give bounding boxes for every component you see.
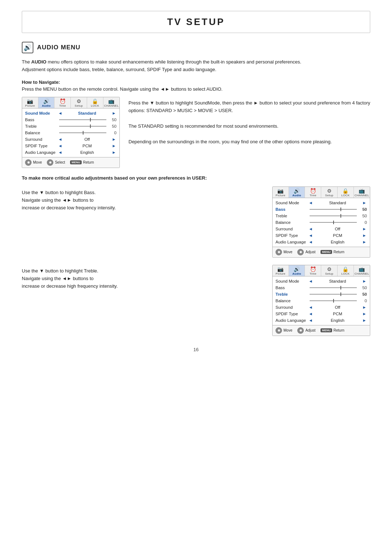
second-section: Use the ▼ button to highlight Bass.Navig… — [22, 186, 370, 258]
tab-picture-2[interactable]: 📷Picture — [273, 187, 289, 198]
footer-select-1: ◉ Select — [47, 159, 65, 166]
row-audiolang-1: Audio Language ◄ English ► — [22, 149, 119, 156]
row-balance-2: Balance 0 — [273, 219, 370, 226]
menu2-footer: ◉ Move ◉ Adjust MENU Return — [273, 247, 370, 257]
tab-picture-1[interactable]: 📷Picture — [22, 97, 38, 108]
tab-lock-2[interactable]: 🔒LOCK — [338, 187, 354, 198]
menu1-container: 📷Picture 🔊Audio ⏰Time ⚙Setup 🔒LOCK 📺CHAN… — [22, 97, 120, 168]
tab-lock-3[interactable]: 🔒LOCK — [338, 265, 354, 276]
row-sound-mode-1: Sound Mode ◄ Standard ► — [22, 110, 119, 116]
row-spdif-3: SPDIF Type ◄ PCM ► — [273, 311, 370, 317]
tab-time-2[interactable]: ⏰Time — [305, 187, 321, 198]
desc3-p1: Use the ▼ button to highlight Treble.Nav… — [22, 267, 264, 290]
tab-time-1[interactable]: ⏰Time — [54, 97, 71, 108]
tv-menu-2: 📷Picture 🔊Audio ⏰Time ⚙Setup 🔒LOCK 📺CHAN… — [272, 186, 370, 258]
menu3-tabs: 📷Picture 🔊Audio ⏰Time ⚙Setup 🔒LOCK 📺CHAN… — [273, 265, 370, 276]
menu2-rows: Sound Mode ◄ Standard ► Bass 50 Treble — [273, 198, 370, 247]
tv-menu-1: 📷Picture 🔊Audio ⏰Time ⚙Setup 🔒LOCK 📺CHAN… — [22, 97, 120, 168]
row-sound-mode-3: Sound Mode ◄ Standard ► — [273, 278, 370, 284]
row-spdif-2: SPDIF Type ◄ PCM ► — [273, 232, 370, 239]
row-balance-3: Balance 0 — [273, 297, 370, 304]
first-section: 📷Picture 🔊Audio ⏰Time ⚙Setup 🔒LOCK 📺CHAN… — [22, 97, 370, 168]
footer-return-2: MENU Return — [320, 250, 344, 254]
menu1-rows: Sound Mode ◄ Standard ► Bass 50 Treble — [22, 108, 119, 157]
row-treble-2: Treble 50 — [273, 213, 370, 219]
move-btn-2: ◉ — [275, 249, 282, 255]
tab-audio-3[interactable]: 🔊Audio — [289, 265, 305, 276]
adjust-btn-3: ◉ — [297, 327, 304, 334]
instruction-bold: To make more critical audio adjustments … — [22, 175, 370, 181]
desc3-text: Use the ▼ button to highlight Treble.Nav… — [22, 265, 264, 290]
desc2-p1: Use the ▼ button to highlight Bass.Navig… — [22, 189, 264, 212]
desc1-p2: The STANDARD setting is recommended for … — [128, 122, 370, 130]
tv-menu-3: 📷Picture 🔊Audio ⏰Time ⚙Setup 🔒LOCK 📺CHAN… — [272, 265, 370, 336]
menu-btn-2: MENU — [320, 250, 332, 254]
audio-icon: 🔊 — [22, 42, 33, 53]
section-title: AUDIO MENU — [37, 44, 81, 51]
nav-text: Press the MENU button on the remote cont… — [22, 86, 370, 92]
row-bass-3: Bass 50 — [273, 284, 370, 291]
move-btn-1: ◉ — [25, 159, 32, 166]
row-spdif-1: SPDIF Type ◄ PCM ► — [22, 143, 119, 149]
menu-btn-3: MENU — [320, 328, 332, 332]
tab-setup-3[interactable]: ⚙Setup — [321, 265, 338, 276]
row-balance-1: Balance 0 — [22, 130, 119, 136]
section-description: The AUDIO menu offers options to make so… — [22, 58, 370, 74]
row-audiolang-3: Audio Language ◄ English ► — [273, 317, 370, 324]
desc1-p1: Press the ▼ button to highlight SoundMod… — [128, 99, 370, 115]
page-title-bar: TV SETUP — [22, 11, 370, 33]
footer-move-2: ◉ Move — [275, 249, 292, 255]
footer-return-3: MENU Return — [320, 328, 344, 332]
adjust-btn-2: ◉ — [297, 249, 304, 255]
menu1-tabs: 📷Picture 🔊Audio ⏰Time ⚙Setup 🔒LOCK 📺CHAN… — [22, 97, 119, 108]
menu3-footer: ◉ Move ◉ Adjust MENU Return — [273, 325, 370, 336]
footer-move-1: ◉ Move — [25, 159, 42, 166]
move-btn-3: ◉ — [275, 327, 282, 334]
desc1-text: Press the ▼ button to highlight SoundMod… — [128, 97, 370, 146]
row-audiolang-2: Audio Language ◄ English ► — [273, 239, 370, 245]
tab-picture-3[interactable]: 📷Picture — [273, 265, 289, 276]
tab-setup-2[interactable]: ⚙Setup — [321, 187, 338, 198]
tab-channel-3[interactable]: 📺CHANNEL — [354, 265, 370, 276]
page-number: 16 — [22, 347, 370, 352]
tab-audio-1[interactable]: 🔊Audio — [38, 97, 55, 108]
menu3-rows: Sound Mode ◄ Standard ► Bass 50 Treble — [273, 276, 370, 325]
desc2-text: Use the ▼ button to highlight Bass.Navig… — [22, 186, 264, 212]
tab-channel-2[interactable]: 📺CHANNEL — [354, 187, 370, 198]
menu3-container: 📷Picture 🔊Audio ⏰Time ⚙Setup 🔒LOCK 📺CHAN… — [272, 265, 370, 336]
row-surround-1: Surround ◄ Off ► — [22, 136, 119, 143]
row-surround-3: Surround ◄ Off ► — [273, 304, 370, 311]
row-sound-mode-2: Sound Mode ◄ Standard ► — [273, 200, 370, 206]
menu-btn-1: MENU — [70, 160, 82, 164]
tab-channel-1[interactable]: 📺CHANNEL — [103, 97, 119, 108]
footer-return-1: MENU Return — [70, 160, 94, 164]
row-bass-2: Bass 50 — [273, 206, 370, 213]
page-title: TV SETUP — [167, 16, 225, 27]
desc-line1: The AUDIO menu offers options to make so… — [22, 59, 301, 65]
tab-audio-2[interactable]: 🔊Audio — [289, 187, 305, 198]
desc1-p3: Depending on the surroundings in the roo… — [128, 138, 370, 145]
tab-time-3[interactable]: ⏰Time — [305, 265, 321, 276]
menu1-footer: ◉ Move ◉ Select MENU Return — [22, 157, 119, 168]
tab-setup-1[interactable]: ⚙Setup — [71, 97, 87, 108]
third-section: Use the ▼ button to highlight Treble.Nav… — [22, 265, 370, 336]
row-treble-3: Treble 50 — [273, 291, 370, 297]
nav-label: How to Navigate: — [22, 79, 370, 85]
row-surround-2: Surround ◄ Off ► — [273, 226, 370, 232]
tab-lock-1[interactable]: 🔒LOCK — [87, 97, 103, 108]
footer-adjust-3: ◉ Adjust — [297, 327, 315, 334]
menu2-tabs: 📷Picture 🔊Audio ⏰Time ⚙Setup 🔒LOCK 📺CHAN… — [273, 187, 370, 198]
section-header: 🔊 AUDIO MENU — [22, 42, 370, 53]
footer-adjust-2: ◉ Adjust — [297, 249, 315, 255]
menu2-container: 📷Picture 🔊Audio ⏰Time ⚙Setup 🔒LOCK 📺CHAN… — [272, 186, 370, 258]
desc-line2: Adjustment options include bass, treble,… — [22, 67, 216, 72]
row-bass-1: Bass 50 — [22, 116, 119, 123]
select-btn-1: ◉ — [47, 159, 53, 166]
footer-move-3: ◉ Move — [275, 327, 292, 334]
row-treble-1: Treble 50 — [22, 123, 119, 130]
